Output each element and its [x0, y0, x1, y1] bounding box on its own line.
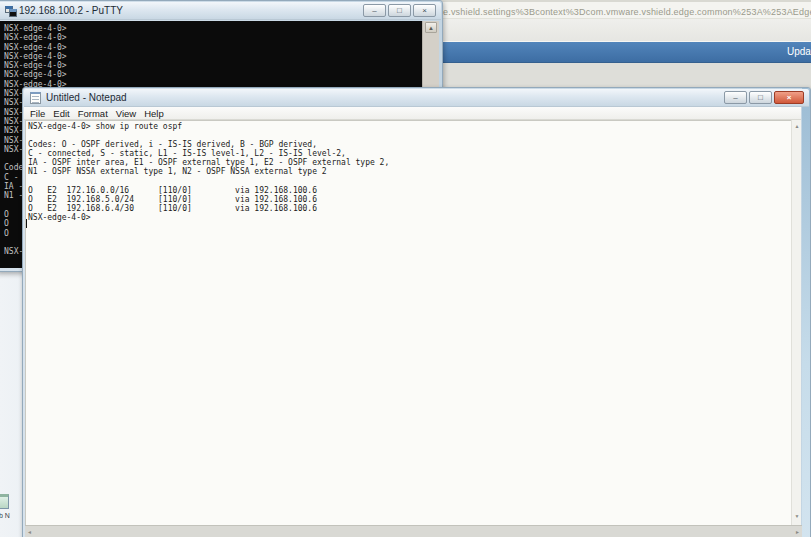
notepad-titlebar[interactable]: Untitled - Notepad – □ × — [24, 89, 809, 107]
browser-address-bar[interactable]: e.vshield.settings%3Bcontext%3Dcom.vmwar… — [430, 0, 811, 19]
scroll-up-icon[interactable]: ▲ — [425, 22, 437, 33]
desktop-icon-label: ab N — [0, 512, 21, 519]
menu-format[interactable]: Format — [74, 108, 112, 119]
notepad-horizontal-scrollbar[interactable]: ◄ ► — [25, 525, 802, 537]
desktop-icon-image — [0, 494, 9, 509]
putty-maximize-button[interactable]: □ — [388, 4, 411, 17]
desktop-icon[interactable]: ab N — [0, 494, 21, 519]
scroll-down-icon[interactable]: ▼ — [793, 512, 801, 521]
notepad-icon — [30, 92, 41, 104]
menu-file[interactable]: File — [26, 108, 49, 119]
notepad-maximize-button[interactable]: □ — [749, 91, 772, 104]
notepad-window: Untitled - Notepad – □ × File Edit Forma… — [22, 87, 811, 537]
browser-toolbar — [430, 19, 811, 42]
putty-icon — [5, 6, 17, 17]
notepad-menubar: File Edit Format View Help — [24, 107, 801, 120]
putty-close-button[interactable]: × — [413, 4, 436, 17]
scroll-left-icon[interactable]: ◄ — [27, 528, 32, 537]
menu-view[interactable]: View — [112, 108, 140, 119]
notepad-text: NSX-edge-4-0> show ip route ospf Codes: … — [26, 121, 794, 222]
text-cursor — [26, 219, 27, 228]
browser-url-text[interactable]: e.vshield.settings%3Bcontext%3Dcom.vmwar… — [443, 7, 811, 17]
desktop: e.vshield.settings%3Bcontext%3Dcom.vmwar… — [0, 0, 811, 537]
scroll-right-icon[interactable]: ► — [795, 528, 800, 537]
menu-help[interactable]: Help — [140, 108, 168, 119]
notepad-window-edge — [802, 88, 810, 537]
notepad-text-area[interactable]: NSX-edge-4-0> show ip route ospf Codes: … — [25, 120, 794, 525]
putty-title: 192.168.100.2 - PuTTY — [19, 5, 123, 16]
notepad-minimize-button[interactable]: – — [724, 91, 747, 104]
notepad-title: Untitled - Notepad — [46, 92, 127, 103]
notepad-vertical-scrollbar[interactable]: ▲ ▼ — [791, 120, 801, 525]
notepad-close-button[interactable]: × — [774, 91, 804, 104]
vshield-header-bar: Update — [430, 42, 811, 63]
menu-edit[interactable]: Edit — [49, 108, 73, 119]
scroll-up-icon[interactable]: ▲ — [793, 122, 801, 131]
putty-minimize-button[interactable]: – — [363, 4, 386, 17]
update-button[interactable]: Update — [787, 46, 811, 57]
putty-titlebar[interactable]: 192.168.100.2 - PuTTY – □ × — [0, 2, 441, 20]
